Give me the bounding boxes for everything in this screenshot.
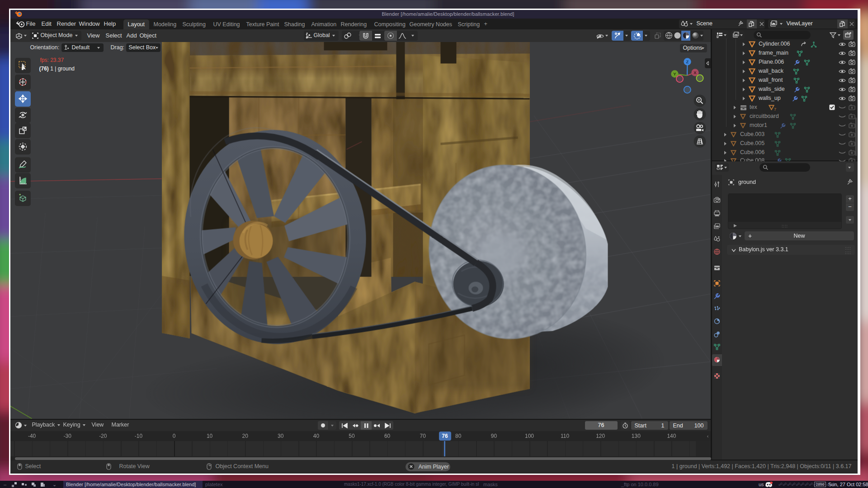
svg-text:X: X [693, 70, 697, 75]
svg-text:Y: Y [673, 71, 676, 76]
svg-text:Z: Z [686, 59, 689, 64]
